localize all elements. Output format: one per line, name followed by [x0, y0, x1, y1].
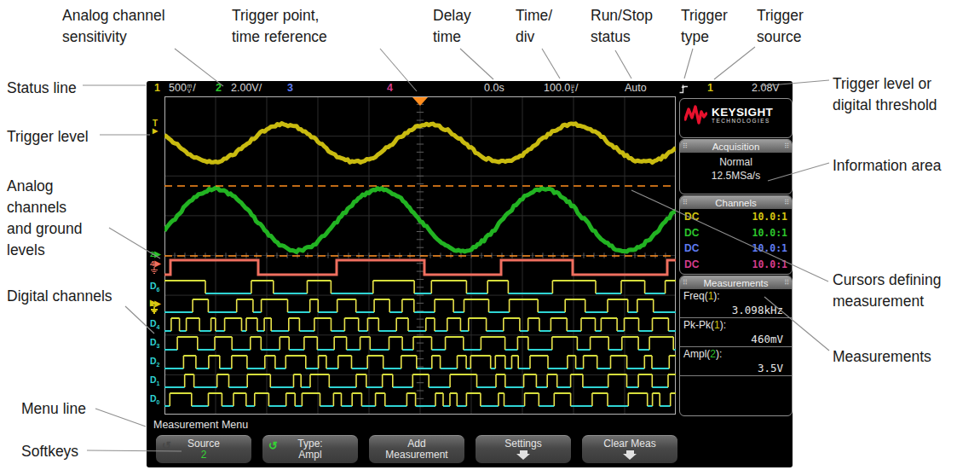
millivolt-unit-icon: mV [187, 84, 192, 93]
ground-symbol-icon [150, 306, 159, 314]
channels-header[interactable]: ⠿Channels⠿ [680, 196, 792, 209]
trigger-source-leader-line [714, 47, 755, 79]
acquisition-mode: Normal [680, 155, 792, 169]
grip-icon: ⠿ [784, 280, 789, 287]
status-line-label: Status line [7, 78, 77, 99]
down-arrow-icon [623, 454, 637, 460]
trigger-source-readout[interactable]: 1 [707, 82, 713, 94]
channel-4-ground-marker[interactable]: 4▶ [150, 259, 161, 276]
digital-channels-label: Digital channels [7, 286, 112, 307]
measurement-source: 1 [714, 319, 720, 331]
source-softkey[interactable]: ↺Source2 [156, 435, 251, 463]
trigger-t-label: T [150, 119, 160, 127]
settings-softkey[interactable]: Settings [476, 435, 571, 463]
channel-row-1: DC10.0:1 [680, 209, 792, 225]
edge-trigger-type-icon[interactable] [679, 84, 689, 96]
channel-4-number[interactable]: 4 [387, 82, 393, 94]
sample-rate: 12.5MSa/s [680, 169, 792, 183]
trigger-point-marker[interactable] [412, 97, 428, 106]
measurements-title: Measurements [703, 278, 768, 288]
recall-arrow-icon: ↺ [162, 439, 171, 452]
digital-channel-d2-trace-edges [183, 356, 669, 368]
trigger-level-or-digital-threshold-label: Trigger level or digital threshold [833, 73, 937, 116]
oscilloscope-screen: 1 500mV/ 2 2.00V/ 3 4 0.0s 100.0µs/ Auto… [147, 81, 793, 467]
per-div-slash: / [575, 82, 578, 94]
timebase-readout[interactable]: 100.0µs/ [544, 82, 579, 94]
time-div-label: Time/ div [516, 5, 552, 48]
menu-line-leader-line [95, 409, 146, 426]
channel-2-ground-marker[interactable]: 2▶ [150, 250, 161, 258]
softkeys-label: Softkeys [21, 441, 78, 462]
trigger-arrow-icon: ▶ [150, 127, 160, 135]
measurements-box: ⠿Measurements⠿ Freq(1):3.098kHzPk-Pk(1):… [679, 276, 793, 416]
run-stop-status-leader-line [615, 50, 631, 78]
measurement-label: Pk-Pk(1): [683, 319, 788, 332]
add-measurement-softkey[interactable]: AddMeasurement [369, 435, 464, 463]
trigger-type-label: Trigger type [681, 5, 728, 48]
channel-3-number[interactable]: 3 [287, 82, 293, 94]
channel-row-2: DC10.0:1 [680, 225, 792, 241]
measurement-value: 3.5V [683, 361, 788, 375]
keysight-spark-icon [684, 105, 707, 125]
channel-1-sensitivity-value: 500 [169, 82, 187, 94]
channel-2-sensitivity[interactable]: 2.00V/ [231, 82, 262, 94]
digital-channel-d4-label[interactable]: D4 [150, 319, 160, 332]
brand-name: KEYSIGHT [712, 107, 773, 118]
grip-icon: ⠿ [784, 143, 789, 150]
timebase-value: 100.0 [544, 82, 570, 94]
run-stop-status-readout: Auto [625, 82, 647, 94]
channel-1-sensitivity[interactable]: 500mV/ [169, 82, 196, 94]
grip-icon: ⠿ [683, 280, 688, 287]
channel-2-probe-ratio: 10.0:1 [752, 225, 787, 241]
measurement-source: 1 [708, 290, 714, 302]
channels-box: ⠿Channels⠿ DC10.0:1DC10.0:1DC10.0:1DC10.… [679, 195, 793, 275]
acquisition-header[interactable]: ⠿Acquisition⠿ [680, 140, 792, 153]
measurement-row-pk-pk: Pk-Pk(1):460mV [680, 318, 792, 347]
per-div-slash: / [193, 82, 195, 94]
delay-time-readout[interactable]: 0.0s [484, 82, 504, 94]
channels-title: Channels [715, 198, 757, 208]
recall-arrow-icon: ↺ [268, 439, 278, 452]
trigger-point-time-reference-label: Trigger point, time reference [232, 5, 327, 48]
measurements-header[interactable]: ⠿Measurements⠿ [680, 276, 792, 289]
measurement-label: Ampl(2): [683, 348, 788, 361]
trigger-type-leader-line [684, 49, 693, 78]
channel-2-number[interactable]: 2 [216, 82, 222, 94]
channel-4-coupling: DC [684, 257, 699, 273]
digital-channel-d6-label[interactable]: D6 [150, 281, 160, 294]
down-arrow-icon [516, 454, 530, 460]
grip-icon: ⠿ [784, 200, 789, 206]
analog-channel-sensitivity-label: Analog channel sensitivity [62, 5, 165, 48]
brand-box: KEYSIGHT TECHNOLOGIES [679, 98, 793, 138]
digital-channel-d0-label[interactable]: D0 [150, 394, 160, 407]
trigger-source-label: Trigger source [757, 5, 804, 48]
trigger-level-readout[interactable]: 2.08V [752, 82, 780, 94]
channel-3-probe-ratio: 10.0:1 [752, 241, 787, 257]
brand-subtitle: TECHNOLOGIES [712, 118, 773, 124]
acquisition-title: Acquisition [712, 142, 760, 152]
measurement-row-freq: Freq(1):3.098kHz [680, 289, 792, 318]
digital-channel-d3-label[interactable]: D3 [150, 338, 160, 351]
waveform-display [164, 96, 676, 415]
time-div-leader-line [542, 49, 560, 78]
channel-1-number[interactable]: 1 [154, 82, 160, 94]
digital-channel-d1-label[interactable]: D1 [150, 375, 160, 388]
grip-icon: ⠿ [683, 143, 688, 150]
trigger-level-marker[interactable]: T▶ [150, 119, 160, 135]
clear-meas-softkey[interactable]: Clear Meas [582, 435, 677, 463]
microsecond-unit-icon: µs [571, 84, 574, 93]
analog-channels-ground-label: Analog channels and ground levels [7, 176, 83, 261]
type-softkey[interactable]: ↺Type:Ampl [262, 435, 358, 463]
menu-line: Measurement Menu [153, 419, 248, 431]
menu-line-label: Menu line [21, 398, 86, 420]
channel-1-coupling: DC [684, 209, 699, 225]
measurement-value: 460mV [683, 332, 788, 346]
channel-1-probe-ratio: 10.0:1 [752, 209, 787, 225]
digital-trigger-ground-marker[interactable]: ▶ [150, 299, 159, 315]
digital-channel-d5-trace-edges [193, 299, 654, 312]
delay-time-leader-line [460, 49, 493, 79]
digital-channel-d6-trace-edges [205, 281, 666, 293]
digital-channel-d2-label[interactable]: D2 [150, 357, 160, 369]
digital-channel-d1-trace-edges [185, 374, 668, 387]
status-line-bar: 1 500mV/ 2 2.00V/ 3 4 0.0s 100.0µs/ Auto… [147, 81, 793, 96]
